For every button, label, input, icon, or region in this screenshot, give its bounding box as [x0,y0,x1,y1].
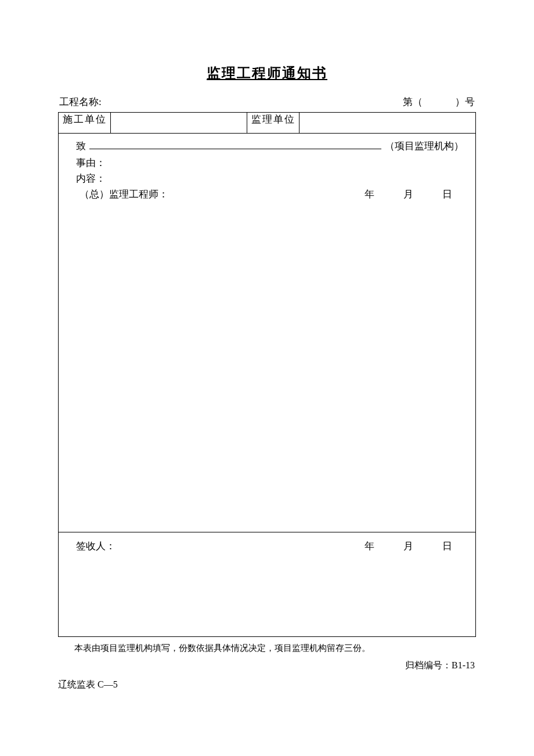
header-line: 工程名称: 第（ ）号 [58,95,476,109]
form-table: 施工单位 监理单位 致 （项目监理机构） 事由： 内容： [58,112,476,637]
to-label: 致 [76,139,86,153]
construction-unit-label: 施工单位 [59,113,111,134]
signer-label: 签收人： [76,538,116,554]
page: 监理工程师通知书 工程名称: 第（ ）号 施工单位 监理单位 致 （项目监理机构… [0,0,534,756]
to-line: 致 （项目监理机构） [76,139,464,153]
form-number-group: 第（ ）号 [403,95,475,109]
project-name-group: 工程名称: [59,95,102,109]
archive-value: B1-13 [452,660,475,670]
content-label: 内容： [76,171,106,186]
sign-row: 签收人： 年 月 日 [59,532,476,637]
supervision-unit-label: 监理单位 [247,113,300,134]
reason-line: 事由： [76,155,464,171]
sign-day-label: 日 [442,538,452,554]
content-line: 内容： [76,171,464,186]
body-year-label: 年 [365,188,374,201]
supervision-unit-value [300,113,476,134]
number-suffix: ）号 [455,95,475,109]
form-code: 辽统监表 C—5 [58,679,476,691]
archive-number: 归档编号：B1-13 [58,660,476,672]
sign-date-group: 年 月 日 [365,538,464,554]
number-prefix: 第（ [403,95,423,109]
body-month-label: 月 [403,188,413,201]
to-underline [89,139,381,149]
footer-note: 本表由项目监理机构填写，份数依据具体情况决定，项目监理机构留存三份。 [58,643,476,654]
construction-unit-value [111,113,247,134]
engineer-line: （总）监理工程师： 年 月 日 [76,188,464,201]
body-spacer [76,201,464,526]
sign-year-label: 年 [365,538,374,554]
form-title: 监理工程师通知书 [58,64,476,82]
reason-label: 事由： [76,155,106,171]
project-name-label: 工程名称: [59,96,102,107]
units-row: 施工单位 监理单位 [59,113,476,134]
body-day-label: 日 [442,188,452,201]
archive-label: 归档编号： [405,660,452,670]
sign-cell: 签收人： 年 月 日 [59,532,476,637]
to-suffix: （项目监理机构） [385,139,464,153]
sign-month-label: 月 [403,538,413,554]
engineer-label: （总）监理工程师： [80,188,168,201]
content-cell: 致 （项目监理机构） 事由： 内容： （总）监理工程师： 年 [59,134,476,532]
content-row: 致 （项目监理机构） 事由： 内容： （总）监理工程师： 年 [59,134,476,532]
signer-line: 签收人： 年 月 日 [76,538,464,554]
body-date-group: 年 月 日 [365,188,464,201]
